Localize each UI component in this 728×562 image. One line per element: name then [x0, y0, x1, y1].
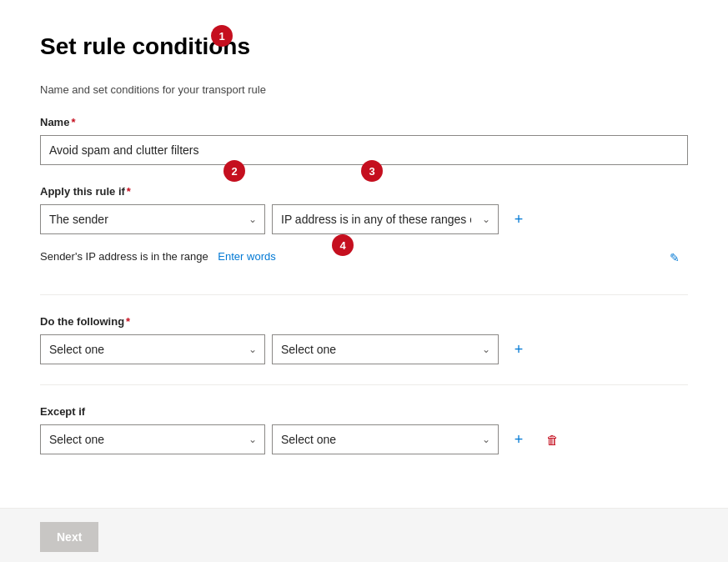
plus-icon-do: + — [515, 341, 524, 359]
sender-dropdown-wrapper: The sender ⌄ — [40, 204, 265, 234]
condition-dropdown[interactable]: IP address is in any of these ranges or … — [272, 204, 499, 234]
required-star-do: * — [126, 315, 130, 328]
except-if-label: Except if — [40, 405, 688, 418]
add-apply-rule-button[interactable]: + — [505, 206, 532, 233]
do-following-select1-wrapper: Select one ⌄ — [40, 334, 265, 364]
condition-dropdown-wrapper: IP address is in any of these ranges or … — [272, 204, 499, 234]
add-except-if-button[interactable]: + — [505, 426, 532, 453]
edit-icon: ✎ — [670, 251, 680, 264]
do-following-select2[interactable]: Select one — [272, 334, 499, 364]
divider-2 — [40, 384, 688, 385]
except-if-select2[interactable]: Select one — [272, 424, 499, 454]
page-title: Set rule conditions — [40, 33, 688, 60]
page-footer: Next — [0, 508, 728, 562]
required-star-name: * — [71, 116, 75, 128]
delete-icon: 🗑 — [546, 433, 559, 447]
required-star-apply: * — [127, 185, 131, 198]
annotation-badge-4: 4 — [332, 234, 354, 256]
condition-description: Sender's IP address is in the range Ente… — [40, 250, 276, 263]
next-button[interactable]: Next — [40, 522, 98, 552]
divider-1 — [40, 294, 688, 295]
description-text: Name and set conditions for your transpo… — [40, 83, 688, 96]
except-if-select2-wrapper: Select one ⌄ — [272, 424, 499, 454]
apply-rule-label: Apply this rule if* — [40, 185, 688, 198]
annotation-badge-3: 3 — [361, 160, 383, 182]
do-following-select1[interactable]: Select one — [40, 334, 265, 364]
delete-except-if-button[interactable]: 🗑 — [539, 426, 565, 453]
name-label: Name* — [40, 116, 688, 128]
sender-dropdown[interactable]: The sender — [40, 204, 265, 234]
annotation-badge-1: 1 — [211, 25, 233, 47]
edit-condition-button[interactable]: ✎ — [661, 244, 688, 271]
do-following-select2-wrapper: Select one ⌄ — [272, 334, 499, 364]
enter-words-link[interactable]: Enter words — [218, 250, 275, 263]
annotation-badge-2: 2 — [223, 160, 245, 182]
except-if-select1[interactable]: Select one — [40, 424, 265, 454]
plus-icon-apply: + — [515, 211, 524, 228]
add-do-following-button[interactable]: + — [505, 336, 532, 363]
except-if-select1-wrapper: Select one ⌄ — [40, 424, 265, 454]
plus-icon-except: + — [515, 431, 524, 449]
do-following-label: Do the following* — [40, 315, 688, 328]
